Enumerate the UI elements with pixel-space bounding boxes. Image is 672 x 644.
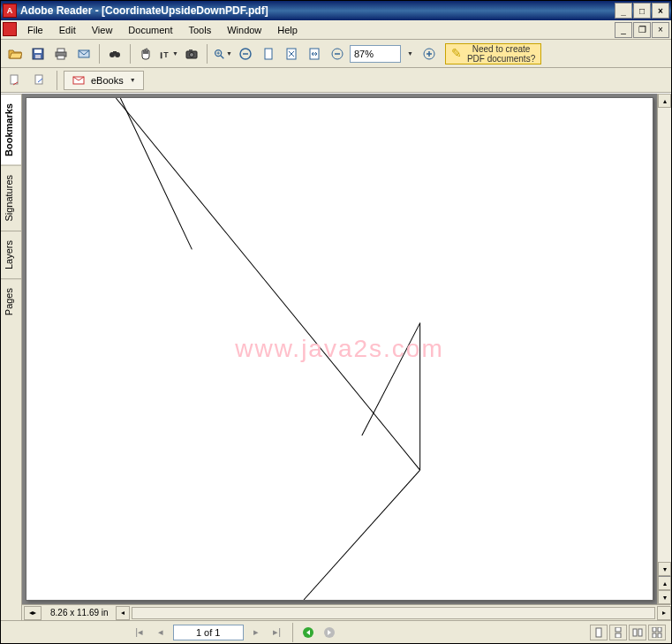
page-nav-group: |◂ ◂ ▸ ▸|	[131, 623, 338, 642]
mdi-restore-button[interactable]: ❐	[633, 22, 651, 38]
page-down-button[interactable]: ▾	[658, 590, 671, 604]
window-title: Adobe Reader - [CoordinateUpsideDownPDF.…	[20, 4, 615, 17]
document-viewport[interactable]: www.java2s.com ▴ ▾ ▴ ▾	[22, 94, 671, 604]
titlebar: A Adobe Reader - [CoordinateUpsideDownPD…	[1, 1, 671, 20]
scroll-up-button[interactable]: ▴	[658, 94, 671, 108]
separator	[57, 71, 57, 90]
svg-rect-42	[633, 629, 637, 636]
zoom-in-button[interactable]: ▼	[212, 43, 233, 64]
tab-bookmarks[interactable]: Bookmarks	[1, 94, 21, 165]
minus-icon	[330, 47, 344, 61]
facing-icon	[632, 627, 643, 638]
svg-rect-10	[161, 52, 162, 58]
fit-width-button[interactable]	[304, 43, 325, 64]
cont-facing-icon	[652, 627, 662, 638]
dropdown-arrow-icon: ▼	[130, 77, 136, 83]
svg-rect-40	[615, 627, 621, 632]
svg-rect-47	[658, 633, 661, 638]
tab-layers[interactable]: Layers	[1, 231, 21, 278]
tab-signatures[interactable]: Signatures	[1, 165, 21, 231]
statusbar: |◂ ◂ ▸ ▸|	[1, 620, 671, 643]
back-button[interactable]	[299, 624, 317, 641]
document-page: www.java2s.com	[26, 97, 653, 601]
main-area: Bookmarks Signatures Layers Pages www.ja…	[1, 93, 671, 620]
text-select-button[interactable]: T ▼	[158, 43, 179, 64]
menu-document[interactable]: Document	[121, 23, 179, 37]
collapse-button[interactable]: ◂▸	[24, 606, 42, 620]
mdi-minimize-button[interactable]: _	[615, 22, 632, 38]
page-actual-icon	[261, 47, 276, 61]
zoom-out-icon	[238, 47, 253, 61]
view-mode-group	[590, 625, 666, 640]
single-page-view-button[interactable]	[590, 625, 608, 640]
maximize-button[interactable]: □	[633, 3, 651, 19]
minimize-button[interactable]: _	[615, 3, 632, 19]
separator	[207, 44, 208, 64]
print-button[interactable]	[50, 43, 72, 64]
last-page-button[interactable]: ▸|	[268, 624, 286, 641]
fit-page-button[interactable]	[281, 43, 302, 64]
menu-tools[interactable]: Tools	[182, 23, 219, 37]
vertical-scrollbar[interactable]: ▴ ▾ ▴ ▾	[657, 94, 671, 604]
continuous-view-button[interactable]	[609, 625, 627, 640]
toolbar-secondary: eBooks ▼	[1, 68, 671, 93]
zoom-input[interactable]	[350, 45, 401, 63]
mdi-close-button[interactable]: ×	[652, 22, 669, 38]
svg-line-33	[120, 98, 192, 249]
nav-tool-1[interactable]	[4, 70, 26, 91]
menu-view[interactable]: View	[85, 23, 120, 37]
pdf-promo-icon: ✎	[451, 47, 462, 60]
first-page-button[interactable]: |◂	[131, 624, 148, 641]
save-icon	[31, 47, 45, 61]
scroll-down-button[interactable]: ▾	[658, 562, 671, 576]
scroll-left-button[interactable]: ◂	[116, 606, 130, 620]
svg-line-36	[304, 470, 420, 600]
scroll-right-button[interactable]: ▸	[657, 606, 671, 620]
forward-button[interactable]	[321, 624, 338, 641]
menu-edit[interactable]: Edit	[52, 23, 83, 37]
zoom-plus-button[interactable]	[419, 43, 440, 64]
promo-text-2: PDF documents?	[467, 54, 535, 64]
horizontal-scrollbar[interactable]	[132, 607, 655, 619]
save-button[interactable]	[27, 43, 49, 64]
zoom-out-button[interactable]	[235, 43, 256, 64]
menu-file[interactable]: File	[20, 23, 50, 37]
open-button[interactable]	[4, 43, 26, 64]
ebooks-icon	[72, 73, 86, 87]
single-page-icon	[593, 627, 604, 638]
search-button[interactable]	[104, 43, 125, 64]
snapshot-button[interactable]	[181, 43, 202, 64]
zoom-minus-button[interactable]	[327, 43, 348, 64]
page-up-button[interactable]: ▴	[658, 576, 671, 590]
tab-pages[interactable]: Pages	[1, 278, 21, 324]
plus-icon	[422, 47, 436, 61]
prev-page-button[interactable]: ◂	[152, 624, 170, 641]
svg-point-13	[190, 52, 194, 57]
facing-view-button[interactable]	[629, 625, 646, 640]
continuous-facing-view-button[interactable]	[648, 625, 666, 640]
ebooks-button[interactable]: eBooks ▼	[64, 71, 144, 90]
menu-window[interactable]: Window	[220, 23, 268, 37]
page-nav-icon	[33, 73, 47, 87]
actual-size-button[interactable]	[258, 43, 279, 64]
menu-help[interactable]: Help	[270, 23, 305, 37]
app-window: A Adobe Reader - [CoordinateUpsideDownPD…	[0, 0, 672, 644]
close-button[interactable]: ×	[652, 3, 669, 19]
nav-tool-2[interactable]	[29, 70, 50, 91]
separator	[292, 623, 293, 642]
scroll-track[interactable]	[658, 108, 671, 562]
separator	[99, 44, 100, 64]
create-pdf-promo[interactable]: ✎ Need to create PDF documents?	[445, 43, 541, 64]
email-button[interactable]	[73, 43, 94, 64]
page-dimensions: 8.26 x 11.69 in	[43, 608, 116, 617]
camera-icon	[185, 47, 199, 61]
svg-rect-43	[638, 629, 642, 636]
app-icon: A	[3, 4, 17, 18]
hand-tool-button[interactable]	[135, 43, 156, 64]
next-page-button[interactable]: ▸	[247, 624, 265, 641]
svg-rect-9	[113, 51, 117, 54]
page-number-field[interactable]	[173, 625, 244, 640]
zoom-dropdown-icon[interactable]: ▼	[404, 50, 417, 57]
toolbar-main: T ▼ ▼ ▼ ✎	[1, 40, 671, 68]
separator	[130, 44, 131, 64]
